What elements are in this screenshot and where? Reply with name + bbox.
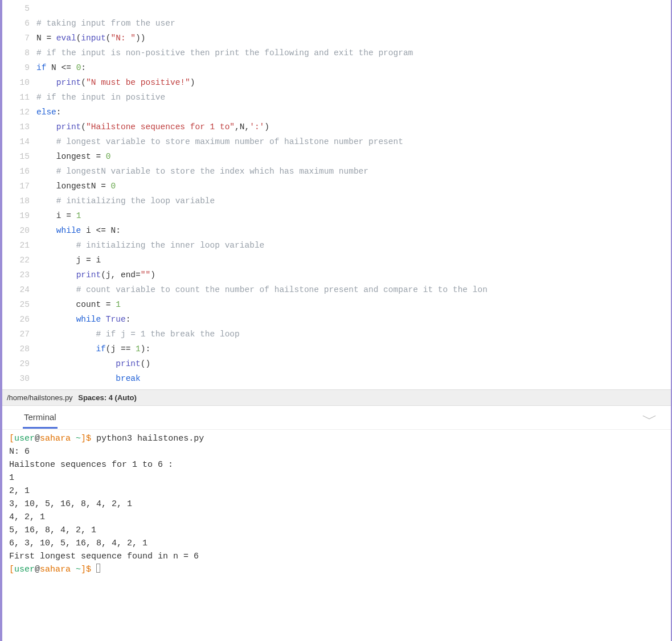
app-container: 56# taking input from the user7N = eval(… xyxy=(0,0,672,641)
terminal-line: 6, 3, 10, 5, 16, 8, 4, 2, 1 xyxy=(9,537,664,550)
code-content[interactable]: # if the input is non-positive then prin… xyxy=(36,46,413,60)
code-content[interactable]: # if the input in positive xyxy=(36,90,165,105)
code-line[interactable]: 23 print(j, end="") xyxy=(2,268,671,282)
code-line[interactable]: 27 # if j = 1 the break the loop xyxy=(2,327,671,342)
code-content[interactable]: break xyxy=(36,371,141,386)
terminal-line: 1 xyxy=(9,471,664,484)
terminal-line: 4, 2, 1 xyxy=(9,511,664,524)
line-number: 20 xyxy=(2,223,36,238)
code-line[interactable]: 15 longest = 0 xyxy=(2,149,671,164)
code-line[interactable]: 6# taking input from the user xyxy=(2,16,671,31)
code-line[interactable]: 28 if(j == 1): xyxy=(2,342,671,356)
code-line[interactable]: 22 j = i xyxy=(2,253,671,268)
line-number: 18 xyxy=(2,194,36,208)
line-number: 9 xyxy=(2,60,36,75)
code-line[interactable]: 9if N <= 0: xyxy=(2,60,671,75)
line-number: 26 xyxy=(2,312,36,327)
line-number: 7 xyxy=(2,31,36,46)
code-line[interactable]: 10 print("N must be positive!") xyxy=(2,75,671,90)
code-content[interactable]: # taking input from the user xyxy=(36,16,175,31)
code-line[interactable]: 29 print() xyxy=(2,356,671,371)
line-number: 29 xyxy=(2,356,36,371)
code-editor[interactable]: 56# taking input from the user7N = eval(… xyxy=(2,0,671,389)
code-content[interactable]: N = eval(input("N: ")) xyxy=(36,31,145,46)
line-number: 24 xyxy=(2,282,36,297)
line-number: 5 xyxy=(2,1,36,16)
code-line[interactable]: 24 # count variable to count the number … xyxy=(2,282,671,297)
terminal-line: [user@sahara ~]$ python3 hailstones.py xyxy=(9,432,664,445)
code-line[interactable]: 21 # initializing the inner loop variabl… xyxy=(2,238,671,253)
line-number: 25 xyxy=(2,297,36,312)
line-number: 16 xyxy=(2,164,36,179)
code-line[interactable]: 16 # longestN variable to store the inde… xyxy=(2,164,671,179)
line-number: 13 xyxy=(2,120,36,134)
code-line[interactable]: 7N = eval(input("N: ")) xyxy=(2,31,671,46)
code-content[interactable]: # initializing the loop variable xyxy=(36,194,215,208)
code-content[interactable]: # count variable to count the number of … xyxy=(36,282,487,297)
code-line[interactable]: 14 # longest variable to store maximum n… xyxy=(2,134,671,149)
spaces-indicator[interactable]: Spaces: 4 (Auto) xyxy=(78,393,137,402)
terminal-line: 2, 1 xyxy=(9,484,664,498)
tab-terminal[interactable]: Terminal xyxy=(23,406,58,429)
code-content[interactable]: # longestN variable to store the index w… xyxy=(36,164,368,179)
line-number: 11 xyxy=(2,90,36,105)
terminal[interactable]: [user@sahara ~]$ python3 hailstones.pyN:… xyxy=(2,429,671,586)
line-number: 14 xyxy=(2,134,36,149)
code-line[interactable]: 11# if the input in positive xyxy=(2,90,671,105)
code-content[interactable]: if(j == 1): xyxy=(36,342,150,356)
terminal-line: First longest sequence found in n = 6 xyxy=(9,550,664,563)
code-line[interactable]: 30 break xyxy=(2,371,671,386)
code-content[interactable]: longest = 0 xyxy=(36,149,111,164)
line-number: 21 xyxy=(2,238,36,253)
status-bar: /home/hailstones.py Spaces: 4 (Auto) xyxy=(2,389,671,405)
code-content[interactable]: while i <= N: xyxy=(36,223,121,238)
code-content[interactable]: while True: xyxy=(36,312,130,327)
code-line[interactable]: 25 count = 1 xyxy=(2,297,671,312)
code-content[interactable]: count = 1 xyxy=(36,297,121,312)
line-number: 10 xyxy=(2,75,36,90)
code-line[interactable]: 5 xyxy=(2,1,671,16)
line-number: 22 xyxy=(2,253,36,268)
code-line[interactable]: 26 while True: xyxy=(2,312,671,327)
code-content[interactable]: else: xyxy=(36,105,62,120)
terminal-line: [user@sahara ~]$ xyxy=(9,563,664,576)
terminal-line: 3, 10, 5, 16, 8, 4, 2, 1 xyxy=(9,498,664,511)
code-content[interactable]: print("Hailstone sequences for 1 to",N,'… xyxy=(36,120,269,134)
line-number: 23 xyxy=(2,268,36,282)
code-line[interactable]: 17 longestN = 0 xyxy=(2,179,671,194)
code-content[interactable]: i = 1 xyxy=(36,208,81,223)
code-content[interactable]: # if j = 1 the break the loop xyxy=(36,327,240,342)
code-line[interactable]: 12else: xyxy=(2,105,671,120)
code-content[interactable]: print() xyxy=(36,356,150,371)
terminal-line: 5, 16, 8, 4, 2, 1 xyxy=(9,524,664,537)
line-number: 12 xyxy=(2,105,36,120)
code-content[interactable]: if N <= 0: xyxy=(36,60,86,75)
code-content[interactable]: print("N must be positive!") xyxy=(36,75,195,90)
cursor xyxy=(96,564,100,573)
line-number: 30 xyxy=(2,371,36,386)
line-number: 27 xyxy=(2,327,36,342)
code-content[interactable]: j = i xyxy=(36,253,101,268)
line-number: 17 xyxy=(2,179,36,194)
line-number: 6 xyxy=(2,16,36,31)
terminal-line: Hailstone sequences for 1 to 6 : xyxy=(9,458,664,471)
line-number: 8 xyxy=(2,46,36,60)
terminal-header: Terminal xyxy=(2,405,671,429)
chevron-down-icon[interactable] xyxy=(641,413,657,422)
code-line[interactable]: 19 i = 1 xyxy=(2,208,671,223)
code-line[interactable]: 18 # initializing the loop variable xyxy=(2,194,671,208)
terminal-line: N: 6 xyxy=(9,445,664,458)
line-number: 19 xyxy=(2,208,36,223)
code-content[interactable]: # initializing the inner loop variable xyxy=(36,238,264,253)
line-number: 28 xyxy=(2,342,36,356)
line-number: 15 xyxy=(2,149,36,164)
code-content[interactable]: longestN = 0 xyxy=(36,179,116,194)
code-content[interactable]: # longest variable to store maximum numb… xyxy=(36,134,403,149)
file-path: /home/hailstones.py xyxy=(7,393,73,402)
code-line[interactable]: 13 print("Hailstone sequences for 1 to",… xyxy=(2,120,671,134)
code-line[interactable]: 8# if the input is non-positive then pri… xyxy=(2,46,671,60)
code-line[interactable]: 20 while i <= N: xyxy=(2,223,671,238)
code-content[interactable]: print(j, end="") xyxy=(36,268,155,282)
